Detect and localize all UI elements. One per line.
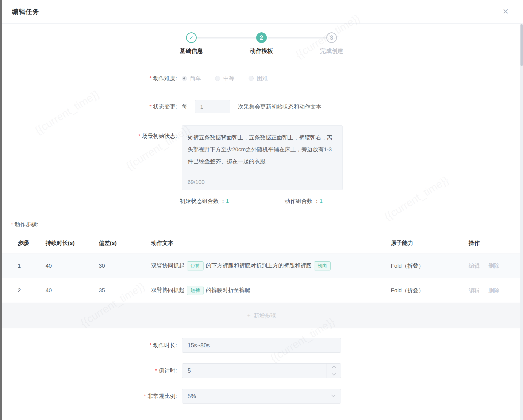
step-complete-creation: 3 完成创建 [297,32,367,55]
table-header-row: 步骤 持续时长(s) 偏差(s) 动作文本 原子能力 操作 [0,233,523,254]
add-step-button[interactable]: + 新增步骤 [0,303,523,328]
required-asterisk: * [155,367,157,374]
edit-link[interactable]: 编辑 [469,287,480,293]
state-change-label: *状态变更: [0,103,177,111]
edit-link[interactable]: 编辑 [469,263,480,269]
step-basic-info: ✓ 基础信息 [156,32,227,55]
required-asterisk: * [144,393,146,399]
watermark-layer: {{current_time}} {{current_time}} {{curr… [0,0,523,420]
radio-hard-label: 困难 [257,75,268,82]
cell-step: 1 [0,254,46,278]
col-action-text: 动作文本 [151,233,391,254]
state-change-prefix: 每 [182,103,187,111]
object-tag: 短裤 [187,261,204,270]
difficulty-row: *动作难度: 简单 中等 困难 [0,75,523,82]
col-operations: 操作 [469,233,523,254]
number-stepper [327,364,341,378]
select-chevron-down-icon [331,393,336,397]
required-asterisk: * [11,221,13,227]
char-counter: 69/100 [188,179,205,185]
cell-deviation: 35 [99,278,151,303]
duration-input[interactable]: 15s~80s [182,338,341,353]
stepper-down-button[interactable] [327,371,341,378]
page-left-edge [0,0,2,420]
radio-medium[interactable]: 中等 [215,75,234,82]
cell-action-text: 双臂协同抓起短裤的下方裤腿和裤腰对折到上方的裤腿和裤腰朝向 [151,254,391,278]
radio-circle-icon [215,76,220,81]
step1-label: 基础信息 [180,47,203,55]
delete-link[interactable]: 删除 [488,287,499,293]
state-change-row: *状态变更: 每 1 次采集会更新初始状态和动作文本 [0,100,523,113]
orientation-tag: 朝向 [314,261,331,270]
radio-circle-icon [182,76,187,81]
step1-check-icon: ✓ [186,32,197,43]
stepper-up-button[interactable] [327,364,341,371]
col-duration: 持续时长(s) [46,233,99,254]
scrollbar-track[interactable] [520,24,523,420]
initial-combo-label: 初始状态组合数 ：1 [180,197,229,205]
radio-simple[interactable]: 简单 [182,75,201,82]
col-step: 步骤 [0,233,46,254]
step3-number: 3 [326,32,337,43]
add-step-label: 新增步骤 [254,312,276,320]
initial-state-text: 短裤五条数据背面朝上，五条数据正面朝上，裤腰朝右，离头部视野下方至少20cm之外… [188,132,335,167]
action-combo-value: 1 [320,198,323,204]
required-asterisk: * [149,103,152,110]
duration-label: *动作时长: [0,342,177,349]
chevron-up-icon [332,366,336,370]
table-row: 1 40 30 双臂协同抓起短裤的下方裤腿和裤腰对折到上方的裤腿和裤腰朝向 Fo… [0,254,523,278]
state-change-input[interactable]: 1 [195,100,230,113]
initial-state-row: *场景初始状态: 短裤五条数据背面朝上，五条数据正面朝上，裤腰朝右，离头部视野下… [0,125,523,190]
edit-task-dialog: {{current_time}} {{current_time}} {{curr… [0,0,523,420]
initial-state-textarea[interactable]: 短裤五条数据背面朝上，五条数据正面朝上，裤腰朝右，离头部视野下方至少20cm之外… [182,125,343,190]
countdown-row: *倒计时: 5 [0,363,523,378]
required-asterisk: * [138,133,140,139]
chevron-down-icon [332,371,336,376]
unusual-ratio-row: *非常规比例: 5% [0,389,523,404]
object-tag: 短裤 [187,286,204,295]
unusual-ratio-label: *非常规比例: [0,392,177,400]
countdown-label: *倒计时: [0,367,177,374]
cell-action-text: 双臂协同抓起短裤的裤腰对折至裤腿 [151,278,391,303]
difficulty-options: 简单 中等 困难 [182,75,282,82]
action-combo-label: 动作组合数 ：1 [285,197,323,205]
dialog-title: 编辑任务 [12,7,39,16]
step-connector [197,37,256,38]
cell-step: 2 [0,278,46,303]
step-connector [268,37,326,38]
cell-duration: 40 [46,278,99,303]
col-deviation: 偏差(s) [99,233,151,254]
radio-simple-label: 简单 [190,75,201,82]
close-icon[interactable]: ✕ [502,8,509,15]
wizard-stepper: ✓ 基础信息 2 动作模板 3 完成创建 [0,24,523,55]
cell-duration: 40 [46,254,99,278]
combos-row: 初始状态组合数 ：1 动作组合数 ：1 [0,197,523,205]
difficulty-label: *动作难度: [0,75,177,82]
countdown-input[interactable]: 5 [182,363,341,378]
cell-ability: Fold（折叠） [391,254,469,278]
unusual-ratio-select[interactable]: 5% [182,389,341,404]
required-asterisk: * [149,342,152,348]
initial-combo-value: 1 [226,198,229,204]
initial-state-label: *场景初始状态: [0,132,177,140]
step2-number: 2 [256,32,267,43]
state-change-suffix: 次采集会更新初始状态和动作文本 [238,103,321,111]
scrollbar-thumb[interactable] [520,24,523,66]
cell-ability: Fold（折叠） [391,278,469,303]
dialog-header: 编辑任务 ✕ [0,0,523,24]
step2-label: 动作模板 [250,47,273,55]
action-steps-section-label: *动作步骤: [11,221,523,228]
cell-operations: 编辑删除 [469,278,523,303]
required-asterisk: * [149,75,152,81]
cell-operations: 编辑删除 [469,254,523,278]
plus-icon: + [247,312,251,319]
step-action-template: 2 动作模板 [227,32,297,55]
action-steps-table: 步骤 持续时长(s) 偏差(s) 动作文本 原子能力 操作 1 40 30 双臂… [0,233,523,303]
step3-label: 完成创建 [320,47,343,55]
duration-row: *动作时长: 15s~80s [0,338,523,353]
col-atomic-ability: 原子能力 [391,233,469,254]
delete-link[interactable]: 删除 [488,263,499,269]
radio-hard[interactable]: 困难 [249,75,268,82]
radio-circle-icon [249,76,254,81]
cell-deviation: 30 [99,254,151,278]
